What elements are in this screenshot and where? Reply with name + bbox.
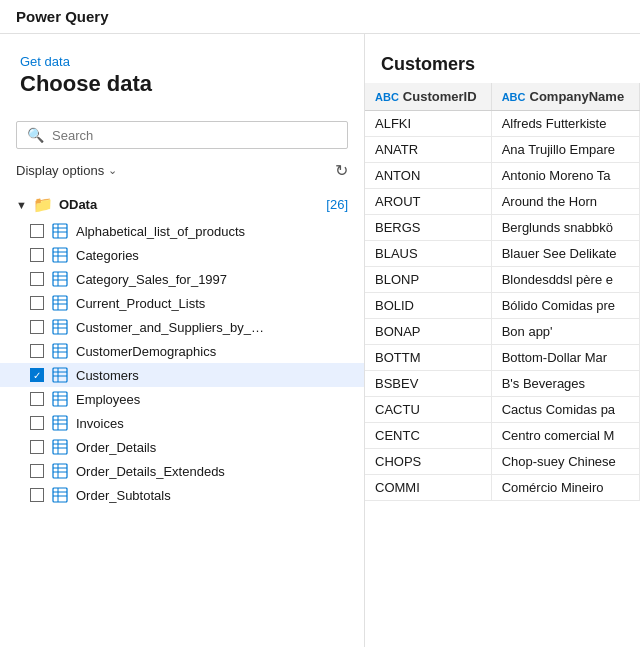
tree-item[interactable]: Alphabetical_list_of_products [0,219,364,243]
collapse-arrow-icon: ▼ [16,199,27,211]
svg-rect-40 [53,464,67,478]
table-cell-companyname: Centro comercial M [491,423,639,449]
display-options-label: Display options [16,163,104,178]
table-row: BONAPBon app' [365,319,640,345]
customers-table: ABC CustomerID ABC CompanyName ALFKIAlfr… [365,83,640,501]
tree-item[interactable]: Order_Details_Extendeds [0,459,364,483]
svg-rect-0 [53,224,67,238]
table-cell-customerid: BONAP [365,319,491,345]
item-checkbox[interactable] [30,488,44,502]
table-row: BLAUSBlauer See Delikate [365,241,640,267]
tree-item[interactable]: Customer_and_Suppliers_by_… [0,315,364,339]
search-input[interactable] [52,128,337,143]
item-checkbox[interactable] [30,440,44,454]
table-icon [52,439,68,455]
table-cell-customerid: AROUT [365,189,491,215]
item-checkbox[interactable] [30,320,44,334]
table-cell-customerid: ANATR [365,137,491,163]
table-cell-customerid: CENTC [365,423,491,449]
item-checkbox[interactable] [30,272,44,286]
table-row: BLONPBlondesddsl père e [365,267,640,293]
table-icon [52,343,68,359]
item-label: Order_Details_Extendeds [76,464,225,479]
table-icon [52,247,68,263]
data-table-wrap[interactable]: ABC CustomerID ABC CompanyName ALFKIAlfr… [365,83,640,647]
table-row: CACTUCactus Comidas pa [365,397,640,423]
svg-rect-28 [53,392,67,406]
table-body: ALFKIAlfreds FutterkisteANATRAna Trujill… [365,111,640,501]
get-data-label: Get data [20,54,344,69]
display-options-button[interactable]: Display options ⌄ [16,163,117,178]
search-icon: 🔍 [27,127,44,143]
table-col-header-customerid: ABC CustomerID [365,83,491,111]
tree-item[interactable]: Category_Sales_for_1997 [0,267,364,291]
table-row: BERGSBerglunds snabbkö [365,215,640,241]
item-label: Categories [76,248,139,263]
svg-rect-32 [53,416,67,430]
display-options-row: Display options ⌄ ↻ [0,159,364,188]
table-row: ANTONAntonio Moreno Ta [365,163,640,189]
tree-item[interactable]: CustomerDemographics [0,339,364,363]
table-cell-companyname: B's Beverages [491,371,639,397]
table-cell-customerid: ANTON [365,163,491,189]
tree-list: ▼ 📁 OData [26] Alphabetical_list_of_prod… [0,188,364,647]
tree-item[interactable]: Employees [0,387,364,411]
item-checkbox[interactable] [30,224,44,238]
col-header-label: CompanyName [530,89,625,104]
main-container: Get data Choose data 🔍 Display options ⌄… [0,34,640,647]
table-cell-companyname: Around the Horn [491,189,639,215]
svg-rect-12 [53,296,67,310]
table-row: BOTTMBottom-Dollar Mar [365,345,640,371]
tree-item[interactable]: Invoices [0,411,364,435]
item-checkbox[interactable] [30,392,44,406]
item-label: Alphabetical_list_of_products [76,224,245,239]
table-icon [52,415,68,431]
group-name: OData [59,197,97,212]
col-type-icon: ABC [502,91,526,103]
tree-items-list: Alphabetical_list_of_products Categories… [0,219,364,507]
item-checkbox[interactable] [30,416,44,430]
table-cell-customerid: ALFKI [365,111,491,137]
tree-item[interactable]: Customers [0,363,364,387]
app-title: Power Query [16,8,109,25]
item-checkbox[interactable] [30,368,44,382]
table-cell-customerid: BOTTM [365,345,491,371]
table-cell-customerid: BOLID [365,293,491,319]
svg-rect-16 [53,320,67,334]
table-col-header-companyname: ABC CompanyName [491,83,639,111]
table-cell-customerid: BSBEV [365,371,491,397]
table-cell-companyname: Chop-suey Chinese [491,449,639,475]
table-row: ALFKIAlfreds Futterkiste [365,111,640,137]
search-box[interactable]: 🔍 [16,121,348,149]
table-cell-customerid: CACTU [365,397,491,423]
table-cell-companyname: Ana Trujillo Empare [491,137,639,163]
item-checkbox[interactable] [30,248,44,262]
table-row: ANATRAna Trujillo Empare [365,137,640,163]
item-label: Category_Sales_for_1997 [76,272,227,287]
table-icon [52,463,68,479]
refresh-button[interactable]: ↻ [335,161,348,180]
odata-group-header[interactable]: ▼ 📁 OData [26] [0,190,364,219]
svg-rect-8 [53,272,67,286]
table-row: AROUTAround the Horn [365,189,640,215]
table-header-row: ABC CustomerID ABC CompanyName [365,83,640,111]
right-panel-title: Customers [365,34,640,83]
table-icon [52,391,68,407]
tree-item[interactable]: Order_Subtotals [0,483,364,507]
table-cell-customerid: BLONP [365,267,491,293]
svg-rect-4 [53,248,67,262]
table-row: BSBEVB's Beverages [365,371,640,397]
item-checkbox[interactable] [30,344,44,358]
tree-item[interactable]: Categories [0,243,364,267]
item-checkbox[interactable] [30,464,44,478]
table-cell-companyname: Blauer See Delikate [491,241,639,267]
table-row: BOLIDBólido Comidas pre [365,293,640,319]
item-label: Invoices [76,416,124,431]
table-icon [52,271,68,287]
item-checkbox[interactable] [30,296,44,310]
chevron-down-icon: ⌄ [108,164,117,177]
table-cell-companyname: Cactus Comidas pa [491,397,639,423]
tree-item[interactable]: Order_Details [0,435,364,459]
tree-item[interactable]: Current_Product_Lists [0,291,364,315]
table-row: COMMIComércio Mineiro [365,475,640,501]
